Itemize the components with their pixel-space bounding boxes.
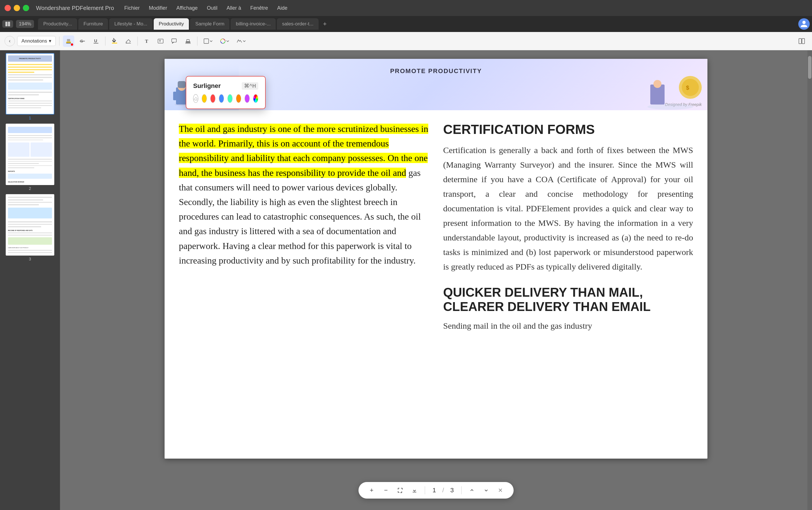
svg-rect-9	[112, 42, 117, 43]
thumbnails-sidebar: PROMOTE PRODUCTIVITY CERTIFICATION FORMS	[0, 50, 60, 510]
svg-point-36	[654, 80, 661, 88]
underline-button[interactable]: U	[90, 35, 102, 47]
right-col-body: Certification is generally a back and fo…	[443, 143, 693, 274]
text-box-icon: T	[157, 38, 164, 44]
svg-text:$: $	[686, 85, 689, 91]
left-column: The oil and gas industry is one of the m…	[179, 122, 429, 333]
thumb-3-image: BECOME OF RESPONSE AND EATS LEARN MORE A…	[6, 194, 54, 256]
menu-fenetre[interactable]: Fenêtre	[249, 5, 269, 12]
svg-rect-4	[66, 42, 71, 43]
fit-page-button[interactable]	[395, 485, 405, 496]
menu-aide[interactable]: Aide	[276, 5, 289, 12]
svg-rect-21	[802, 38, 805, 44]
svg-rect-1	[8, 22, 10, 26]
title-bar: Wondershare PDFelement Pro Fichier Modif…	[0, 0, 812, 16]
close-button[interactable]	[5, 5, 11, 11]
color-row	[193, 94, 258, 103]
tab-productivity-active[interactable]: Productivity	[154, 18, 189, 30]
tab-lifestyle[interactable]: Lifestyle - Mo...	[109, 18, 152, 30]
green-swatch[interactable]	[227, 94, 233, 103]
highlight-tool-button[interactable]	[63, 35, 74, 47]
zoom-out-button[interactable]: −	[381, 485, 391, 496]
callout-button[interactable]	[169, 35, 180, 47]
highlight-active-indicator	[71, 43, 73, 46]
thumbnail-page-2[interactable]: REPORTS DELEGATION WORKER 2	[2, 124, 58, 191]
maximize-button[interactable]	[23, 5, 29, 11]
eraser-icon	[125, 38, 132, 44]
thumbnail-page-1[interactable]: PROMOTE PRODUCTIVITY CERTIFICATION FORMS	[2, 53, 58, 120]
download-button[interactable]	[409, 485, 420, 496]
fill-color-button[interactable]	[109, 35, 120, 47]
svg-rect-26	[173, 92, 177, 100]
annotations-toolbar: ‹ Annotations ▾ S U	[0, 32, 812, 50]
stamp-button[interactable]	[182, 35, 194, 47]
stamp-icon	[185, 38, 191, 44]
svg-text:T: T	[145, 38, 148, 44]
eraser-swatch[interactable]	[193, 94, 198, 103]
rainbow-swatch[interactable]	[253, 94, 258, 103]
zoom-in-button[interactable]: +	[367, 485, 377, 496]
svg-text:U: U	[94, 38, 97, 43]
right-col-heading: CERTIFICATION FORMS	[443, 122, 693, 137]
svg-rect-2	[66, 41, 71, 42]
svg-rect-16	[186, 39, 189, 41]
total-pages-number: 3	[448, 487, 456, 494]
menu-fichier[interactable]: Fichier	[123, 5, 141, 12]
thumb-2-image: REPORTS DELEGATION WORKER	[6, 124, 54, 185]
strikethrough-button[interactable]: S	[77, 35, 88, 47]
right-col-body-2: Sending mail in the oil and the gas indu…	[443, 319, 693, 333]
layout-button[interactable]	[2, 20, 13, 28]
window-controls	[5, 5, 29, 11]
svg-text:T: T	[159, 39, 161, 42]
fill-dropdown-button[interactable]	[218, 35, 232, 47]
page-body: The oil and gas industry is one of the m…	[165, 110, 707, 344]
back-button[interactable]: ‹	[5, 36, 15, 46]
shape-dropdown-icon	[209, 39, 213, 43]
erase-button[interactable]	[122, 35, 134, 47]
text-button[interactable]: T	[141, 35, 152, 47]
normal-paragraph-text: gas that consumers will need to power va…	[179, 168, 421, 266]
draw-button[interactable]	[234, 35, 248, 47]
user-avatar[interactable]	[798, 18, 810, 30]
tab-furniture[interactable]: Furniture	[78, 18, 108, 30]
prev-page-button[interactable]	[467, 485, 477, 496]
menu-affichage[interactable]: Affichage	[175, 5, 199, 12]
tab-sales-order[interactable]: sales-order-t...	[277, 18, 319, 30]
menu-outil[interactable]: Outil	[206, 5, 219, 12]
figures-right-svg: $	[633, 64, 707, 110]
menu-bar: Fichier Modifier Affichage Outil Aller à…	[123, 5, 289, 12]
header-right-figures: $	[633, 64, 707, 110]
page-viewer[interactable]: Surligner ⌘^H	[60, 50, 812, 510]
page-separator: /	[442, 487, 444, 494]
tab-billing-invoice[interactable]: billing-invoice-...	[231, 18, 276, 30]
thumbnail-page-3[interactable]: BECOME OF RESPONSE AND EATS LEARN MORE A…	[2, 194, 58, 261]
zoom-selector[interactable]: 194%	[16, 20, 34, 28]
svg-rect-14	[172, 38, 177, 42]
minimize-button[interactable]	[14, 5, 20, 11]
blue-swatch[interactable]	[219, 94, 224, 103]
tab-sample-form[interactable]: Sample Form	[190, 18, 229, 30]
thumb-2-label: 2	[29, 186, 31, 191]
next-page-icon	[483, 487, 489, 493]
annotations-dropdown[interactable]: Annotations ▾	[17, 36, 56, 46]
eraser-swatch-icon	[194, 96, 198, 101]
purple-swatch[interactable]	[244, 94, 250, 103]
tab-productivity-1[interactable]: Productivity...	[38, 18, 77, 30]
thumb-1-label: 1	[29, 116, 31, 120]
yellow-swatch[interactable]	[202, 94, 207, 103]
shape-button[interactable]	[201, 35, 215, 47]
close-nav-button[interactable]: ✕	[495, 485, 505, 496]
text-box-button[interactable]: T	[155, 35, 166, 47]
red-swatch[interactable]	[210, 94, 215, 103]
menu-modifier[interactable]: Modifier	[148, 5, 168, 12]
highlight-color-popup: Surligner ⌘^H	[186, 76, 266, 109]
main-content-area: PROMOTE PRODUCTIVITY CERTIFICATION FORMS	[0, 50, 812, 510]
split-view-button[interactable]	[796, 35, 807, 47]
add-tab-button[interactable]: +	[320, 19, 330, 29]
scrollbar[interactable]	[807, 50, 812, 510]
next-page-button[interactable]	[481, 485, 491, 496]
svg-rect-18	[204, 38, 209, 43]
menu-aller-a[interactable]: Aller à	[226, 5, 242, 12]
fill-palette-icon	[220, 38, 226, 44]
orange-swatch[interactable]	[236, 94, 241, 103]
